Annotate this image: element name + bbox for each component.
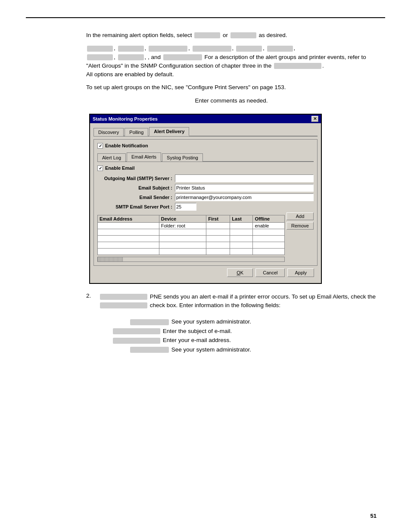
- body-text: 2. PNE sends you an alert e-mail if a pr…: [86, 292, 377, 353]
- blurred-word-12: [274, 63, 321, 69]
- smtp-server-input[interactable]: [175, 174, 314, 182]
- col-first: First: [206, 215, 230, 222]
- step2-text2: check box. Enter information in the foll…: [150, 302, 280, 308]
- blurred-sub2-1: [113, 328, 160, 334]
- email-sender-input[interactable]: [175, 193, 314, 201]
- scrollbar-thumb: [98, 257, 124, 261]
- blurred-word-3: [87, 46, 113, 52]
- cell-email: [98, 222, 159, 229]
- dialog-footer: OK Cancel Apply: [93, 266, 318, 280]
- table-row-empty3: [98, 242, 285, 248]
- enable-notification-checkbox[interactable]: ✓: [97, 143, 103, 149]
- blurred-sub3-1: [113, 338, 160, 344]
- page-number: 51: [371, 513, 377, 519]
- table-row-empty4: [98, 248, 285, 255]
- email-sender-label: Email Sender :: [97, 195, 175, 200]
- table-row: Folder: root enable: [98, 222, 285, 229]
- enable-notification-label: Enable Notification: [105, 143, 148, 148]
- enable-email-label: Enable Email: [105, 165, 134, 171]
- blurred-word-6: [193, 46, 231, 52]
- dialog-body: Discovery Polling Alert Delivery ✓ Enabl…: [90, 123, 321, 283]
- dialog-titlebar: Status Monitoring Properties ✕: [90, 115, 321, 123]
- dialog-close-button[interactable]: ✕: [311, 116, 318, 122]
- step2-sub2: Enter the subject of e-mail.: [112, 328, 377, 334]
- blurred-word-2: [230, 32, 256, 38]
- panel-content: ✓ Enable Notification Alert Log Email Al…: [93, 139, 318, 266]
- apply-button[interactable]: Apply: [287, 268, 314, 277]
- smtp-port-input[interactable]: [175, 203, 196, 211]
- blurred-word-7: [236, 46, 262, 52]
- table-buttons: Add Remove: [286, 212, 314, 230]
- tab-polling[interactable]: Polling: [125, 128, 148, 136]
- step2-para: PNE sends you an alert e-mail if a print…: [99, 292, 377, 310]
- cancel-button[interactable]: Cancel: [255, 268, 285, 277]
- intro-para1: In the remaining alert option fields, se…: [86, 31, 377, 40]
- cell-device: Folder: root: [159, 222, 206, 229]
- email-table-scroll: Email Address Device First Last Offline: [97, 212, 285, 262]
- setup-text: To set up alert groups on the NIC, see "…: [86, 83, 377, 92]
- blurred-word-5: [149, 46, 187, 52]
- tab-alert-delivery[interactable]: Alert Delivery: [149, 127, 189, 136]
- cell-last: [230, 222, 253, 229]
- tab-email-alerts[interactable]: Email Alerts: [127, 152, 161, 162]
- step2-row: 2. PNE sends you an alert e-mail if a pr…: [86, 292, 377, 314]
- smtp-server-label: Outgoing Mail (SMTP) Server :: [97, 176, 175, 181]
- tab-syslog-posting[interactable]: Syslog Posting: [162, 153, 203, 162]
- enable-notification-row: ✓ Enable Notification: [97, 143, 314, 149]
- blurred-step2-2: [100, 302, 147, 308]
- inner-tab-row: Alert Log Email Alerts Syslog Posting: [97, 152, 314, 162]
- enable-email-row: ✓ Enable Email: [97, 165, 314, 171]
- remove-button[interactable]: Remove: [286, 222, 314, 230]
- email-table-area: Email Address Device First Last Offline: [97, 212, 314, 262]
- dialog-title: Status Monitoring Properties: [93, 116, 158, 121]
- enable-email-checkbox[interactable]: ✓: [97, 165, 103, 171]
- blurred-word-10: [118, 54, 144, 60]
- blurred-word-1: [194, 32, 220, 38]
- cell-offline: enable: [253, 222, 285, 229]
- blurred-word-9: [87, 54, 113, 60]
- blurred-sub1-1: [130, 319, 169, 325]
- col-email-address: Email Address: [98, 215, 159, 222]
- status-monitoring-dialog: Status Monitoring Properties ✕ Discovery…: [89, 114, 322, 284]
- step2-number: 2.: [86, 292, 99, 314]
- intro-para2: , , , , , , , , , and For a description …: [86, 44, 377, 79]
- step2-sub4: See your system administrator.: [129, 346, 377, 353]
- add-button[interactable]: Add: [286, 212, 314, 220]
- blurred-sub4-1: [130, 347, 169, 353]
- cell-first: [206, 222, 230, 229]
- dialog-wrapper: Status Monitoring Properties ✕ Discovery…: [0, 114, 411, 284]
- email-subject-row: Email Subject :: [97, 184, 314, 192]
- tab-alert-log[interactable]: Alert Log: [97, 153, 126, 162]
- email-subject-input[interactable]: [175, 184, 314, 192]
- enter-comments: Enter comments as needed.: [86, 96, 377, 105]
- col-device: Device: [159, 215, 206, 222]
- email-sender-row: Email Sender :: [97, 193, 314, 201]
- table-row-empty2: [98, 235, 285, 242]
- smtp-port-row: SMTP Email Server Port :: [97, 203, 314, 211]
- blurred-word-11: [163, 54, 202, 60]
- step2-sub1: See your system administrator.: [129, 318, 377, 325]
- top-rule: [26, 17, 385, 18]
- horizontal-scrollbar[interactable]: [97, 257, 285, 262]
- col-offline: Offline: [253, 215, 285, 222]
- blurred-word-8: [267, 46, 293, 52]
- step2-sub3: Enter your e-mail address.: [112, 337, 377, 343]
- email-subject-label: Email Subject :: [97, 185, 175, 190]
- step2-content: PNE sends you an alert e-mail if a print…: [99, 292, 377, 314]
- table-row-empty1: [98, 229, 285, 235]
- step2-text1: PNE sends you an alert e-mail if a print…: [150, 293, 376, 300]
- blurred-step2-1: [100, 294, 147, 300]
- col-last: Last: [230, 215, 253, 222]
- ok-button[interactable]: OK: [227, 268, 253, 277]
- blurred-word-4: [118, 46, 144, 52]
- outer-tab-row: Discovery Polling Alert Delivery: [93, 127, 318, 137]
- email-table: Email Address Device First Last Offline: [97, 215, 285, 255]
- smtp-server-row: Outgoing Mail (SMTP) Server :: [97, 174, 314, 182]
- smtp-port-label: SMTP Email Server Port :: [97, 204, 175, 209]
- tab-discovery[interactable]: Discovery: [93, 128, 124, 136]
